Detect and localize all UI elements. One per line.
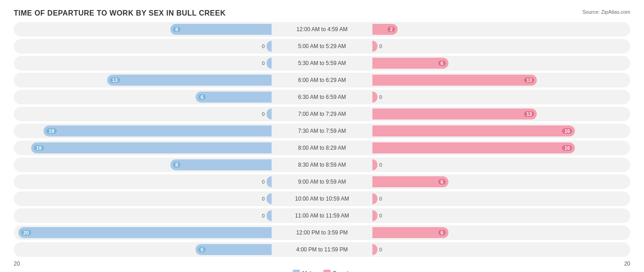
female-bar-label: 16 [562,128,572,134]
male-bar: 18 [44,125,272,136]
bar-row: 0 5:30 AM to 5:59 AM 6 [14,56,630,71]
chart-container: TIME OF DEPARTURE TO WORK BY SEX IN BULL… [14,9,630,272]
bar-row: 6 4:00 PM to 11:59 PM 0 [14,242,630,257]
male-bar-label: 20 [21,230,31,235]
time-label: 6:30 AM to 6:59 AM [272,94,372,100]
male-bar: 8 [170,24,272,35]
time-label: 12:00 AM to 4:59 AM [272,26,372,33]
male-bar: 13 [107,75,272,86]
male-bar-empty [267,193,272,204]
legend-male-box [293,270,300,272]
male-bar: 20 [18,227,272,238]
chart-area: 8 12:00 AM to 4:59 AM 2 0 5:00 AM to 5:2… [14,22,630,257]
female-bar: 2 [372,24,398,35]
male-bar-label: 19 [34,145,44,151]
male-bar-empty [267,58,272,69]
female-bar-label: 6 [438,60,446,66]
bar-row: 0 10:00 AM to 10:59 AM 0 [14,191,630,206]
male-bar: 19 [31,142,272,153]
female-bar-empty [372,210,377,221]
bar-row: 8 8:30 AM to 8:59 AM 0 [14,158,630,172]
time-label: 4:00 PM to 11:59 PM [272,246,372,253]
male-bar-label: 18 [46,128,56,134]
time-label: 9:00 AM to 9:59 AM [272,179,372,185]
time-label: 12:00 PM to 3:59 PM [272,229,372,236]
female-zero-label: 0 [379,162,382,168]
male-bar-label: 6 [198,94,206,100]
male-zero-label: 0 [262,213,265,218]
bar-row: 18 7:30 AM to 7:59 AM 16 [14,124,630,138]
bar-row: 0 7:00 AM to 7:29 AM 13 [14,107,630,121]
female-bar: 16 [372,125,575,136]
male-zero-label: 0 [262,44,265,49]
male-zero-label: 0 [262,179,265,185]
legend-male-label: Male [302,270,314,272]
male-zero-label: 0 [262,196,265,201]
female-bar-label: 6 [438,179,446,185]
female-bar-empty [372,193,377,204]
time-label: 8:00 AM to 8:29 AM [272,145,372,151]
legend-female: Female [323,270,351,272]
legend-female-label: Female [333,270,351,272]
bar-row: 8 12:00 AM to 4:59 AM 2 [14,22,630,37]
male-bar-label: 6 [198,247,206,252]
female-bar-empty [372,41,377,52]
axis-left: 20 [14,261,20,267]
female-bar-empty [372,244,377,255]
bar-row: 0 9:00 AM to 9:59 AM 6 [14,174,630,189]
time-label: 7:00 AM to 7:29 AM [272,111,372,117]
female-bar-label: 16 [562,145,572,151]
legend-male: Male [293,270,314,272]
male-bar-label: 8 [173,162,180,168]
male-bar: 6 [196,92,272,103]
time-label: 10:00 AM to 10:59 AM [272,196,372,202]
axis-right: 20 [624,261,630,267]
time-label: 6:00 AM to 6:29 AM [272,77,372,83]
female-bar: 6 [372,227,448,238]
female-bar-label: 2 [387,27,395,32]
male-bar-label: 8 [173,27,180,32]
bar-row: 0 11:00 AM to 11:59 AM 0 [14,208,630,223]
bar-row: 19 8:00 AM to 8:29 AM 16 [14,141,630,155]
female-bar: 13 [372,109,537,120]
male-zero-label: 0 [262,111,265,117]
time-label: 8:30 AM to 8:59 AM [272,162,372,168]
female-bar: 13 [372,75,537,86]
female-bar-empty [372,92,377,103]
female-zero-label: 0 [379,94,382,100]
source-text: Source: ZipAtlas.com [582,9,630,15]
male-bar: 6 [196,244,272,255]
female-bar-label: 13 [524,77,534,83]
bar-row: 13 6:00 AM to 6:29 AM 13 [14,73,630,87]
axis-row: 20 20 [14,261,630,267]
chart-title: TIME OF DEPARTURE TO WORK BY SEX IN BULL… [14,9,630,17]
male-zero-label: 0 [262,60,265,66]
female-zero-label: 0 [379,196,382,201]
male-bar-empty [267,109,272,120]
bar-row: 0 5:00 AM to 5:29 AM 0 [14,39,630,54]
female-zero-label: 0 [379,247,382,252]
female-zero-label: 0 [379,44,382,49]
time-label: 7:30 AM to 7:59 AM [272,128,372,134]
time-label: 5:30 AM to 5:59 AM [272,60,372,66]
male-bar: 8 [170,159,272,170]
female-bar: 16 [372,142,575,153]
female-bar: 6 [372,176,448,187]
female-bar-empty [372,159,377,170]
legend-female-box [323,270,331,272]
bar-row: 20 12:00 PM to 3:59 PM 6 [14,225,630,240]
male-bar-label: 13 [110,77,120,83]
male-bar-empty [267,41,272,52]
legend: Male Female [14,270,630,272]
time-label: 11:00 AM to 11:59 AM [272,212,372,219]
female-bar-label: 13 [524,111,534,117]
bar-row: 6 6:30 AM to 6:59 AM 0 [14,90,630,104]
female-bar-label: 6 [438,230,446,235]
male-bar-empty [267,176,272,187]
male-bar-empty [267,210,272,221]
time-label: 5:00 AM to 5:29 AM [272,43,372,49]
female-zero-label: 0 [379,213,382,218]
female-bar: 6 [372,58,448,69]
